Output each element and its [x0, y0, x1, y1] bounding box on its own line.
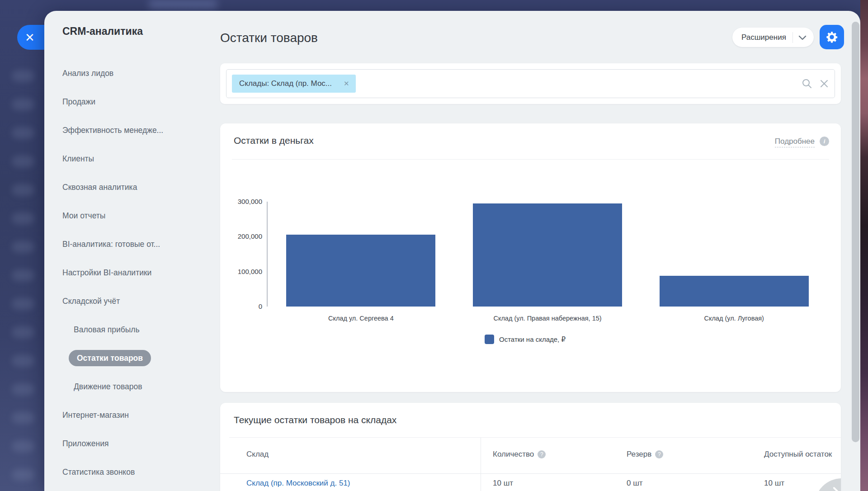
backdrop-blob: [12, 298, 34, 310]
money-card-title: Остатки в деньгах: [234, 135, 314, 146]
filter-tag-warehouse[interactable]: Склады: Склад (пр. Мос... ✕: [232, 75, 356, 93]
backdrop-blob: [12, 99, 34, 110]
filter-search-input[interactable]: Склады: Склад (пр. Мос... ✕: [226, 69, 835, 98]
sidebar-item-4[interactable]: Сквозная аналитика: [62, 183, 212, 192]
remove-tag-icon[interactable]: ✕: [344, 80, 349, 88]
sidebar-item-label: Валовая прибыль: [74, 325, 140, 334]
sidebar-item-label: Анализ лидов: [62, 69, 113, 78]
backdrop-blob: [12, 412, 34, 424]
help-icon[interactable]: ?: [538, 450, 546, 458]
sidebar-item-5[interactable]: Мои отчеты: [62, 211, 212, 221]
sidebar-item-1[interactable]: Продажи: [62, 97, 212, 107]
y-tick-label: 100,000: [222, 268, 262, 275]
bar-0[interactable]: [286, 235, 435, 307]
table-card-title: Текущие остатки товаров на складах: [234, 415, 396, 425]
backdrop-right-strip: [860, 0, 868, 491]
page-title: Остатки товаров: [220, 31, 318, 45]
sidebar-item-label: Приложения: [62, 439, 108, 448]
column-header-0: Склад: [246, 450, 269, 459]
y-tick-label: 200,000: [222, 232, 262, 240]
backdrop-blob: [12, 355, 34, 367]
sidebar-item-2[interactable]: Эффективность менедже...: [62, 126, 212, 135]
extensions-button[interactable]: Расширения: [732, 28, 814, 47]
button-divider: [793, 32, 793, 43]
card-divider: [232, 159, 829, 160]
backdrop-blob: [12, 156, 34, 167]
bar-category-label: Склад ул. Сергеева 4: [268, 315, 454, 322]
sidebar-item-12[interactable]: Интернет-магазин: [62, 411, 212, 420]
bar-category-label: Склад (ул. Луговая): [641, 315, 827, 322]
stock-in-money-card: Остатки в деньгах Подробнее i 300,000200…: [220, 123, 841, 392]
table-header-border: [220, 473, 841, 474]
search-icon[interactable]: [801, 78, 813, 90]
sidebar-item-9[interactable]: Валовая прибыль: [74, 325, 212, 335]
sidebar-item-10[interactable]: Остатки товаров: [74, 354, 212, 363]
backdrop-blob: [12, 326, 34, 338]
column-header-3: Доступный остаток: [764, 450, 832, 459]
y-tick-label: 300,000: [222, 198, 262, 205]
legend-swatch: [485, 335, 494, 344]
sidebar-item-6[interactable]: BI-аналитика: готовые от...: [62, 240, 212, 249]
table-column-separator: [481, 438, 481, 491]
column-header-label: Доступный остаток: [764, 450, 832, 459]
card-divider: [229, 437, 841, 438]
sidebar-item-label: Складской учёт: [62, 297, 120, 306]
info-icon[interactable]: i: [820, 137, 829, 146]
filter-tag-label: Склады: Склад (пр. Мос...: [239, 79, 332, 88]
cell-quantity: 10 шт: [493, 479, 513, 488]
backdrop-blob: [12, 212, 34, 224]
backdrop-blob: [12, 127, 34, 139]
bar-group: Склад (ул. Луговая): [641, 202, 827, 307]
sidebar-item-7[interactable]: Настройки BI-аналитики: [62, 268, 212, 278]
sidebar-item-label: Сквозная аналитика: [62, 183, 137, 192]
sidebar-item-label: Статистика звонков: [62, 467, 135, 477]
clear-filter-icon[interactable]: [819, 79, 829, 89]
sidebar-item-label: Движение товаров: [74, 382, 142, 391]
backdrop-blob: [12, 383, 34, 395]
sidebar-item-14[interactable]: Статистика звонков: [62, 467, 212, 477]
panel-scrollbar[interactable]: [852, 22, 859, 442]
chevron-right-icon: [828, 485, 841, 491]
cell-reserve: 0 шт: [627, 479, 643, 488]
chart-legend: Остатки на складе, ₽: [485, 335, 566, 344]
chevron-down-icon[interactable]: [798, 35, 807, 40]
gear-icon: [826, 31, 838, 43]
backdrop-blob: [12, 269, 34, 281]
column-header-1: Количество?: [493, 450, 546, 459]
column-header-label: Склад: [246, 450, 269, 459]
sidebar-item-8[interactable]: Складской учёт: [62, 297, 212, 306]
sidebar-item-label: Мои отчеты: [62, 211, 105, 220]
sidebar-item-label: Клиенты: [62, 154, 94, 163]
sidebar-item-13[interactable]: Приложения: [62, 439, 212, 449]
floating-action-button[interactable]: [815, 478, 841, 491]
column-header-label: Резерв: [627, 450, 651, 459]
bar-1[interactable]: [473, 203, 622, 307]
backdrop-glow: [149, 0, 217, 9]
backdrop-blob: [12, 241, 34, 253]
bar-group: Склад (ул. Правая набережная, 15): [454, 202, 641, 307]
sidebar-item-11[interactable]: Движение товаров: [74, 382, 212, 392]
bar-group: Склад ул. Сергеева 4: [268, 202, 454, 307]
cell-warehouse[interactable]: Склад (пр. Московский д. 51): [246, 479, 350, 488]
sidebar-item-label: Эффективность менедже...: [62, 126, 163, 135]
bar-2[interactable]: [660, 276, 809, 307]
backdrop-blob: [12, 440, 34, 452]
details-link[interactable]: Подробнее: [775, 137, 815, 147]
sidebar-item-3[interactable]: Клиенты: [62, 154, 212, 164]
settings-button[interactable]: [820, 25, 844, 49]
bar-category-label: Склад (ул. Правая набережная, 15): [454, 315, 641, 322]
sidebar-title: CRM-аналитика: [62, 25, 143, 38]
current-stock-table-card: Текущие остатки товаров на складах Склад…: [220, 403, 841, 491]
filter-bar: Склады: Склад (пр. Мос... ✕: [220, 63, 841, 104]
bar-chart: Склад ул. Сергеева 4Склад (ул. Правая на…: [267, 202, 827, 307]
sidebar-item-label: Продажи: [62, 97, 95, 106]
sidebar-item-0[interactable]: Анализ лидов: [62, 69, 212, 78]
crm-analytics-panel: CRM-аналитика Анализ лидовПродажиЭффекти…: [44, 11, 860, 491]
backdrop-blob: [12, 469, 34, 481]
close-icon: ✕: [25, 32, 35, 43]
help-icon[interactable]: ?: [655, 450, 663, 458]
column-header-label: Количество: [493, 450, 534, 459]
sidebar-item-label: BI-аналитика: готовые от...: [62, 240, 160, 249]
sidebar-item-label: Интернет-магазин: [62, 411, 129, 420]
column-header-2: Резерв?: [627, 450, 663, 459]
